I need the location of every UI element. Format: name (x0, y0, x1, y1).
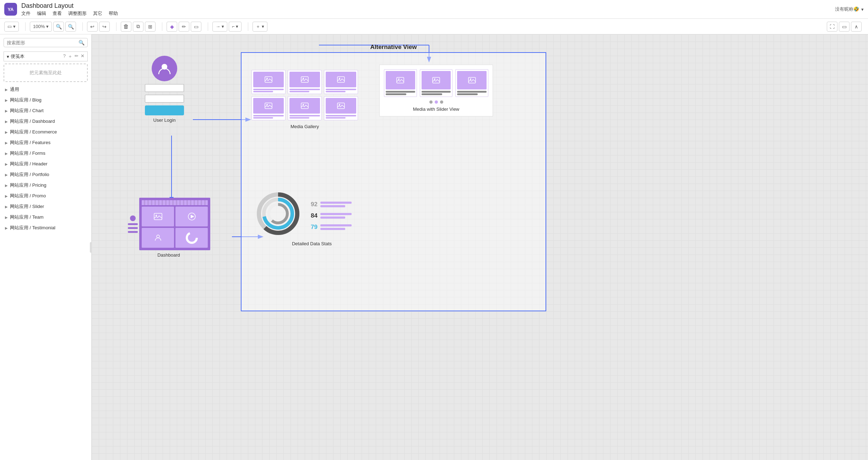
copy-btn[interactable]: ⧉ (133, 22, 143, 32)
collapse-btn[interactable]: ∧ (851, 22, 862, 32)
media-card (288, 70, 322, 94)
stroke-btn[interactable]: ✏ (179, 22, 189, 32)
nav-item-blog[interactable]: ▶ 网站应用 / Blog (0, 95, 91, 105)
fullscreen-btn[interactable]: ⛶ (827, 22, 837, 32)
slider-card (420, 69, 453, 97)
menu-view[interactable]: 查看 (53, 10, 62, 17)
dashboard-component[interactable]: Dashboard (127, 198, 210, 258)
dash-dot (130, 215, 136, 221)
stat-row-2: 84 (307, 212, 352, 219)
add-btn[interactable]: ＋ ▾ (253, 22, 267, 32)
nav-item-pricing[interactable]: ▶ 网站应用 / Pricing (0, 180, 91, 191)
scratch-drop-label: 把元素拖至此处 (29, 70, 62, 76)
nav-item-promo[interactable]: ▶ 网站应用 / Promo (0, 191, 91, 201)
user-login-component[interactable]: User Login (145, 56, 184, 123)
search-icon[interactable]: 🔍 (78, 40, 85, 45)
data-stats-component[interactable]: 92 84 (255, 191, 369, 246)
dash-img-icon (154, 213, 162, 220)
dash-cell-donut (175, 228, 208, 248)
nav-item-slider[interactable]: ▶ 网站应用 / Slider (0, 201, 91, 212)
scratch-label[interactable]: ▾ 便笺本 (7, 53, 25, 60)
login-button[interactable] (145, 105, 184, 115)
scratch-help-icon[interactable]: ? (63, 53, 66, 60)
slider-row (384, 69, 488, 97)
svg-rect-14 (265, 103, 272, 109)
nav-item-forms[interactable]: ▶ 网站应用 / Forms (0, 148, 91, 159)
delete-btn[interactable]: 🗑 (121, 22, 131, 32)
nav-item-team[interactable]: ▶ 网站应用 / Team (0, 212, 91, 223)
user-area[interactable]: 没有昵称🤣 ▾ (835, 6, 864, 12)
stat-bars-1 (320, 202, 352, 207)
sep3 (116, 22, 116, 31)
slider-img-icon (432, 77, 440, 83)
search-box[interactable]: 🔍 (4, 38, 88, 47)
shape-icon: ▭ (7, 24, 12, 29)
panel-toggle-btn[interactable]: ▭ (839, 22, 850, 32)
donut-chart (255, 191, 301, 238)
scratch-add-icon[interactable]: ＋ (68, 53, 72, 60)
svg-point-31 (187, 233, 197, 243)
slider-dot (440, 100, 443, 104)
nav-arrow-icon: ▶ (5, 141, 8, 145)
alt-view-title: Alternative View (370, 44, 417, 51)
svg-rect-22 (433, 77, 440, 83)
nav-arrow-icon: ▶ (5, 130, 8, 134)
connector-btn[interactable]: → ▾ (212, 22, 227, 32)
slider-dot (429, 100, 433, 104)
paste-btn[interactable]: ⊞ (145, 22, 156, 32)
sep4 (162, 22, 162, 31)
scratch-edit-icon[interactable]: ✏ (75, 53, 78, 60)
media-img (253, 98, 284, 114)
zoom-group: 100% ▾ 🔍 🔍 (30, 22, 76, 32)
nav-item-testimonial[interactable]: ▶ 网站应用 / Testimonial (0, 223, 91, 233)
media-img (326, 72, 356, 87)
media-card (251, 70, 286, 94)
zoom-select[interactable]: 100% ▾ (30, 22, 52, 32)
stats-content: 92 84 (255, 191, 369, 238)
topbar: YA Dashboard Layout 文件 编辑 查看 调整图形 其它 帮助 … (0, 0, 868, 19)
media-card (288, 96, 322, 120)
history-group: ↩ ↪ (87, 22, 110, 32)
sep6 (248, 22, 248, 31)
menu-other[interactable]: 其它 (93, 10, 102, 17)
shape-selector-btn[interactable]: ▭ ▾ (4, 22, 19, 32)
canvas[interactable]: Alternative View User Login (92, 34, 868, 460)
menu-help[interactable]: 帮助 (109, 10, 118, 17)
media-img (253, 72, 284, 87)
nav-item-header[interactable]: ▶ 网站应用 / Header (0, 159, 91, 169)
nav-item-chart[interactable]: ▶ 网站应用 / Chart (0, 105, 91, 116)
media-gallery-component[interactable]: Media Gallery (251, 70, 358, 129)
menu-edit[interactable]: 编辑 (37, 10, 46, 17)
media-slider-component[interactable]: Media with Slider View (379, 65, 493, 116)
nav-arrow-icon: ▶ (5, 215, 8, 219)
search-input[interactable] (7, 40, 76, 45)
scratch-close-icon[interactable]: ✕ (81, 53, 85, 60)
media-img-icon (301, 103, 309, 109)
user-chevron-icon[interactable]: ▾ (861, 7, 864, 12)
svg-point-15 (266, 104, 268, 105)
nav-label: 网站应用 / Forms (10, 150, 45, 157)
menu-file[interactable]: 文件 (21, 10, 31, 17)
waypoint-btn[interactable]: ⌐ ▾ (229, 22, 242, 32)
media-gallery-grid (251, 70, 358, 120)
nav-item-dashboard[interactable]: ▶ 网站应用 / Dashboard (0, 116, 91, 127)
rect-btn[interactable]: ▭ (191, 22, 201, 32)
stats-rows: 92 84 (307, 198, 352, 231)
scratch-drop-zone[interactable]: 把元素拖至此处 (4, 64, 88, 82)
nav-item-ecommerce[interactable]: ▶ 网站应用 / Ecommerce (0, 127, 91, 137)
redo-btn[interactable]: ↪ (99, 22, 110, 32)
undo-btn[interactable]: ↩ (87, 22, 98, 32)
nav-label: 网站应用 / Slider (10, 203, 44, 210)
nav-arrow-icon: ▶ (5, 109, 8, 113)
zoom-in-btn[interactable]: 🔍 (53, 22, 64, 32)
media-img-icon (301, 76, 309, 83)
fill-btn[interactable]: ◆ (167, 22, 177, 32)
zoom-out-btn[interactable]: 🔍 (65, 22, 76, 32)
menu-shape[interactable]: 调整图形 (68, 10, 87, 17)
nav-item-features[interactable]: ▶ 网站应用 / Features (0, 137, 91, 148)
stat-value-2: 84 (307, 212, 318, 219)
svg-point-23 (434, 78, 435, 80)
sidebar-nav: ▶ 通用 ▶ 网站应用 / Blog ▶ 网站应用 / Chart ▶ 网站应用… (0, 84, 91, 460)
nav-item-portfolio[interactable]: ▶ 网站应用 / Portfolio (0, 169, 91, 180)
nav-item-general[interactable]: ▶ 通用 (0, 84, 91, 95)
